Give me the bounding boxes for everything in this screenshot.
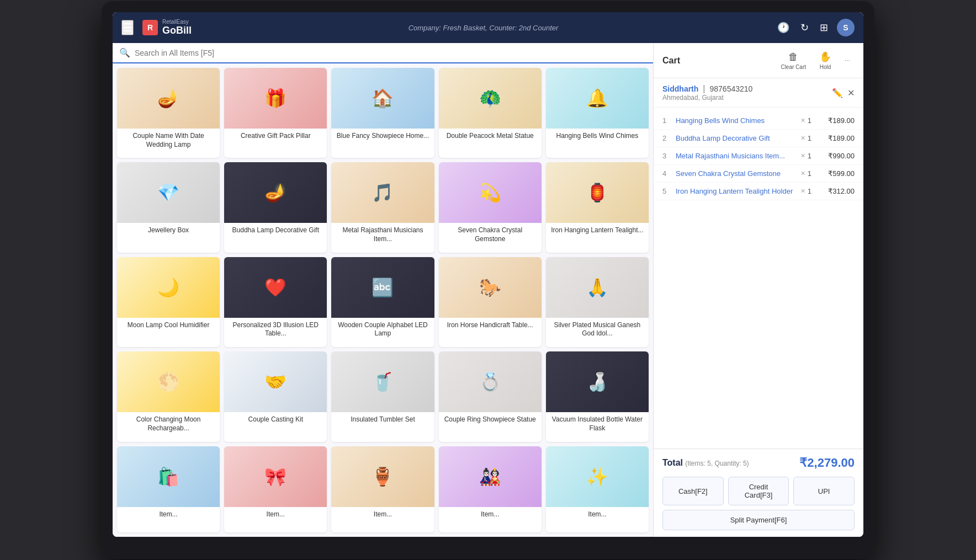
- item-label: Iron Hanging Lantern Tealight...: [546, 223, 649, 243]
- item-label: Personalized 3D Illusion LED Table...: [224, 318, 327, 342]
- item-card[interactable]: 🌙 Moon Lamp Cool Humidifier: [117, 257, 220, 347]
- cart-item-qty: ✕ 1: [800, 134, 811, 142]
- item-image: 🥤: [331, 351, 434, 412]
- main-layout: 🔍 🪔 Couple Name With Date Wedding Lamp 🎁…: [113, 43, 863, 537]
- item-label: Color Changing Moon Rechargeab...: [117, 412, 220, 436]
- cart-item-row: 1 Hanging Bells Wind Chimes ✕ 1 ₹189.00: [654, 112, 863, 130]
- cart-total-label: Total (Items: 5, Quantity: 5): [662, 458, 749, 468]
- item-image: 🤝: [224, 351, 327, 412]
- item-card[interactable]: 🎁 Creative Gift Pack Pillar: [224, 68, 327, 158]
- more-options-button[interactable]: ⋯: [840, 55, 855, 66]
- history-icon[interactable]: 🕐: [775, 19, 792, 36]
- item-label: Vacuum Insulated Bottle Water Flask: [546, 412, 649, 436]
- item-label: Couple Casting Kit: [224, 412, 327, 432]
- cart-total-row: Total (Items: 5, Quantity: 5) ₹2,279.00: [662, 456, 855, 470]
- clear-cart-button[interactable]: 🗑 Clear Cart: [776, 49, 810, 72]
- item-card[interactable]: 🙏 Silver Plated Musical Ganesh God Idol.…: [546, 257, 649, 347]
- cart-item-qty: ✕ 1: [800, 116, 811, 125]
- customer-location: Ahmedabad, Gujarat: [662, 94, 752, 102]
- upi-payment-button[interactable]: UPI: [793, 477, 855, 505]
- times-icon: ✕: [800, 170, 805, 177]
- item-image: 🏮: [546, 162, 649, 223]
- item-image: 🪔: [224, 162, 327, 223]
- item-card[interactable]: 🔔 Hanging Bells Wind Chimes: [546, 68, 649, 158]
- item-image: 💍: [439, 351, 542, 412]
- item-card[interactable]: 🔤 Wooden Couple Alphabet LED Lamp: [331, 257, 434, 347]
- item-card[interactable]: 🏠 Blue Fancy Showpiece Home...: [331, 68, 434, 158]
- avatar[interactable]: S: [837, 19, 855, 36]
- clear-cart-label: Clear Cart: [781, 64, 806, 70]
- item-card[interactable]: 🏺 Item...: [331, 446, 434, 532]
- item-card[interactable]: 💍 Couple Ring Showpiece Statue: [439, 351, 542, 441]
- logo-text: RetailEasy GoBill: [162, 19, 192, 36]
- cart-item-price: ₹990.00: [816, 152, 855, 160]
- edit-customer-button[interactable]: ✏️: [832, 88, 843, 98]
- item-label: Item...: [117, 507, 220, 527]
- item-card[interactable]: 💫 Seven Chakra Crystal Gemstone: [439, 162, 542, 252]
- cash-payment-button[interactable]: Cash[F2]: [662, 477, 724, 505]
- customer-info: Siddharth | 9876543210 Ahmedabad, Gujara…: [654, 78, 863, 108]
- hold-button[interactable]: ✋ Hold: [815, 49, 836, 72]
- item-image: 🎁: [224, 68, 327, 129]
- items-grid: 🪔 Couple Name With Date Wedding Lamp 🎁 C…: [113, 63, 653, 537]
- item-image: 🌕: [117, 351, 220, 412]
- item-label: Metal Rajasthani Musicians Item...: [331, 223, 434, 247]
- item-image: 🙏: [546, 257, 649, 318]
- split-payment-button[interactable]: Split Payment[F6]: [662, 510, 855, 530]
- cart-item-qty: ✕ 1: [800, 152, 811, 160]
- item-image: 🦚: [439, 68, 542, 129]
- item-card[interactable]: 💎 Jewellery Box: [117, 162, 220, 252]
- cart-item-row: 3 Metal Rajasthani Musicians Item... ✕ 1…: [654, 147, 863, 165]
- item-card[interactable]: 🛍️ Item...: [117, 446, 220, 532]
- cart-title: Cart: [662, 56, 772, 66]
- laptop-frame: ☰ R RetailEasy GoBill Company: Fresh Bas…: [102, 1, 874, 559]
- menu-icon[interactable]: ☰: [121, 20, 134, 35]
- screen-icon[interactable]: ⊞: [818, 19, 830, 36]
- item-card[interactable]: ❤️ Personalized 3D Illusion LED Table...: [224, 257, 327, 347]
- cart-item-num: 2: [662, 134, 671, 142]
- company-info: Company: Fresh Basket, Counter: 2nd Coun…: [200, 24, 766, 32]
- hold-icon: ✋: [819, 51, 831, 63]
- item-card[interactable]: 🍶 Vacuum Insulated Bottle Water Flask: [546, 351, 649, 441]
- item-label: Creative Gift Pack Pillar: [224, 129, 327, 148]
- item-label: Item...: [331, 507, 434, 527]
- refresh-icon[interactable]: ↻: [798, 19, 811, 36]
- app-header: ☰ R RetailEasy GoBill Company: Fresh Bas…: [113, 12, 863, 43]
- credit-payment-button[interactable]: Credit Card[F3]: [728, 477, 789, 505]
- remove-customer-button[interactable]: ✕: [847, 88, 855, 98]
- item-label: Silver Plated Musical Ganesh God Idol...: [546, 318, 649, 342]
- item-card[interactable]: 🐎 Iron Horse Handicraft Table...: [439, 257, 542, 347]
- item-card[interactable]: 🌕 Color Changing Moon Rechargeab...: [117, 351, 220, 441]
- item-card[interactable]: 🎎 Item...: [439, 446, 542, 532]
- item-image: 🏺: [331, 446, 434, 507]
- gobill-label: GoBill: [162, 25, 192, 36]
- item-card[interactable]: 🪔 Buddha Lamp Decorative Gift: [224, 162, 327, 252]
- item-image: 🍶: [546, 351, 649, 412]
- item-card[interactable]: 🥤 Insulated Tumbler Set: [331, 351, 434, 441]
- item-label: Couple Name With Date Wedding Lamp: [117, 129, 220, 152]
- item-card[interactable]: 🎵 Metal Rajasthani Musicians Item...: [331, 162, 434, 252]
- item-card[interactable]: 🦚 Double Peacock Metal Statue: [439, 68, 542, 158]
- item-image: 🐎: [439, 257, 542, 318]
- item-card[interactable]: 🪔 Couple Name With Date Wedding Lamp: [117, 68, 220, 158]
- left-panel: 🔍 🪔 Couple Name With Date Wedding Lamp 🎁…: [113, 43, 654, 537]
- cart-item-name[interactable]: Buddha Lamp Decorative Gift: [676, 134, 796, 142]
- item-label: Item...: [224, 507, 327, 527]
- cart-item-qty: ✕ 1: [800, 169, 811, 178]
- item-image: ❤️: [224, 257, 327, 318]
- item-card[interactable]: 🏮 Iron Hanging Lantern Tealight...: [546, 162, 649, 252]
- cart-item-name[interactable]: Iron Hanging Lantern Tealight Holder: [676, 187, 796, 195]
- cart-item-name[interactable]: Hanging Bells Wind Chimes: [676, 116, 796, 125]
- search-input[interactable]: [135, 49, 646, 57]
- customer-details: Siddharth | 9876543210 Ahmedabad, Gujara…: [662, 84, 752, 102]
- item-image: 🎎: [439, 446, 542, 507]
- item-card[interactable]: 🤝 Couple Casting Kit: [224, 351, 327, 441]
- cart-item-name[interactable]: Seven Chakra Crystal Gemstone: [676, 169, 796, 178]
- cart-item-name[interactable]: Metal Rajasthani Musicians Item...: [676, 152, 796, 160]
- item-label: Hanging Bells Wind Chimes: [546, 129, 649, 148]
- item-card[interactable]: ✨ Item...: [546, 446, 649, 532]
- item-card[interactable]: 🎀 Item...: [224, 446, 327, 532]
- clear-cart-icon: 🗑: [788, 51, 798, 63]
- item-image: ✨: [546, 446, 649, 507]
- item-label: Iron Horse Handicraft Table...: [439, 318, 542, 338]
